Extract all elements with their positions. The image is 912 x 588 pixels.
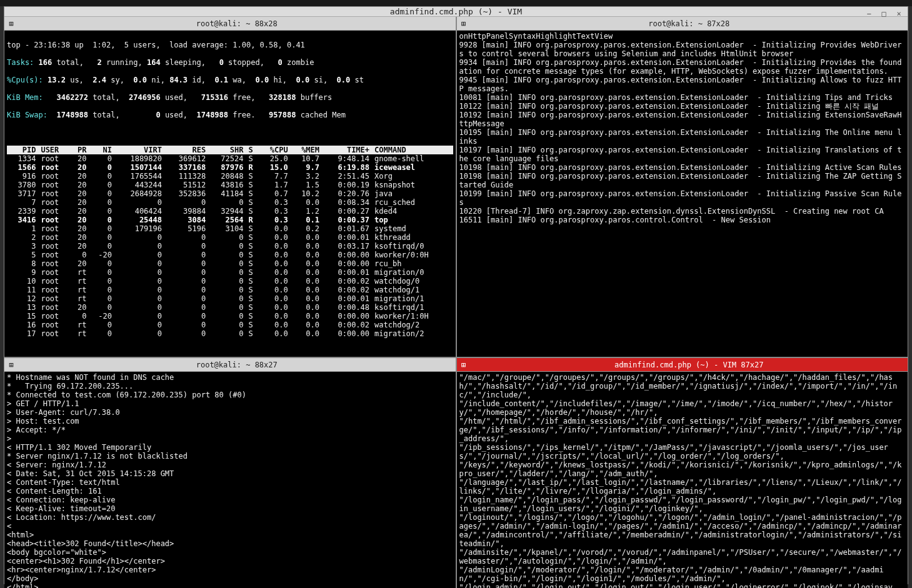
pane-split-icon: ⊞ <box>457 361 471 369</box>
curl-line: < Server: nginx/1.7.12 <box>7 461 453 469</box>
process-table-header: RES <box>164 146 208 154</box>
process-row: 5root0-20000S0.00.00:00.00kworker/0:0H <box>7 251 453 259</box>
curl-line: < Content-Type: text/html <box>7 478 453 487</box>
curl-line: < <box>7 522 453 531</box>
process-row: 2339root2004064243988432944S0.31.20:00.2… <box>7 207 453 216</box>
top-summary-line: top - 23:16:38 up 1:02, 5 users, load av… <box>7 41 453 49</box>
curl-line: > Host: test.com <box>7 417 453 426</box>
top-swap-line: KiB Swap: 1748988 total, 0 used, 1748988… <box>7 111 453 119</box>
window-titlebar[interactable]: adminfind.cmd.php (~) - VIM − □ × <box>4 7 908 17</box>
process-table-header: COMMAND <box>372 146 453 154</box>
top-tasks-line: Tasks: 166 total, 2 running, 164 sleepin… <box>7 58 453 67</box>
process-row: 3780root2004432445151243816S1.71.50:00.1… <box>7 181 453 189</box>
process-row: 1566root200150714433716887976R15.09.76:1… <box>7 163 453 172</box>
terminal-top-output[interactable]: top - 23:16:38 up 1:02, 5 users, load av… <box>4 31 456 357</box>
log-line: 9934 [main] INFO org.parosproxy.paros.ex… <box>459 58 906 76</box>
process-row: 16rootrt0000S0.00.00:00.02watchdog/2 <box>7 321 453 329</box>
tmux-panes: ⊞ root@kali: ~ 88x28 top - 23:16:38 up 1… <box>4 17 908 588</box>
log-line: 10198 [main] INFO org.parosproxy.paros.e… <box>459 172 906 189</box>
pane-bottom-right[interactable]: ⊞ adminfind.cmd.php (~) - VIM 87x27 "/ma… <box>457 358 908 588</box>
log-line: 9945 [main] INFO org.parosproxy.paros.ex… <box>459 76 906 93</box>
pane-bottom-left[interactable]: ⊞ root@kali: ~ 88x27 * Hostname was NOT … <box>4 358 456 588</box>
vim-editor-content[interactable]: "/mac/","/groupe/","/groupes/","/groups/… <box>457 372 908 588</box>
curl-line: > User-Agent: curl/7.38.0 <box>7 408 453 417</box>
curl-line: * Server nginx/1.7.12 is not blacklisted <box>7 452 453 461</box>
window-title: adminfind.cmd.php (~) - VIM <box>390 7 522 16</box>
process-row: 3717root200268492835283641184S0.710.20:2… <box>7 189 453 198</box>
process-table-header: NI <box>89 146 114 154</box>
curl-line: <html> <box>7 531 453 539</box>
pane-label-br: adminfind.cmd.php (~) - VIM 87x27 <box>471 361 908 369</box>
curl-line: > GET / HTTP/1.1 <box>7 399 453 408</box>
process-row: 15root0-20000S0.00.00:00.00kworker/1:0H <box>7 312 453 321</box>
curl-line: </html> <box>7 583 453 588</box>
curl-line: < Connection: keep-alive <box>7 496 453 504</box>
curl-line: * Hostname was NOT found in DNS cache <box>7 373 453 382</box>
curl-line: < Content-Length: 161 <box>7 487 453 496</box>
log-line: 10192 [main] INFO org.parosproxy.paros.e… <box>459 111 906 128</box>
process-row: 8root200000S0.00.00:00.00rcu_bh <box>7 259 453 268</box>
top-mem-line: KiB Mem: 3462272 total, 2746956 used, 71… <box>7 93 453 102</box>
process-row: 12rootrt0000S0.00.00:00.01migration/1 <box>7 294 453 303</box>
process-table: PIDUSERPRNIVIRTRESSHRS%CPU%MEMTIME+COMMA… <box>7 146 453 338</box>
process-row: 3416root2002544830842564R0.30.10:00.37to… <box>7 216 453 224</box>
process-table-header: PR <box>70 146 89 154</box>
minimize-button[interactable]: − <box>864 9 874 19</box>
process-row: 916root200176554411132820848S7.73.22:51.… <box>7 172 453 181</box>
process-table-header: SHR <box>208 146 246 154</box>
pane-split-icon: ⊞ <box>457 19 471 28</box>
process-row: 13root200000S0.00.00:00.48ksoftirqd/1 <box>7 303 453 312</box>
log-line: 10195 [main] INFO org.parosproxy.paros.e… <box>459 128 906 146</box>
pane-title-br: ⊞ adminfind.cmd.php (~) - VIM 87x27 <box>457 358 908 372</box>
pane-label-tr: root@kali: ~ 87x28 <box>471 19 908 28</box>
pane-label-tl: root@kali: ~ 88x28 <box>18 19 456 28</box>
process-row: 1root20017919651963104S0.00.20:01.67syst… <box>7 224 453 233</box>
process-row: 3root200000S0.00.00:03.17ksoftirqd/0 <box>7 242 453 251</box>
curl-line: <hr><center>nginx/1.7.12</center> <box>7 566 453 574</box>
pane-top-right[interactable]: ⊞ root@kali: ~ 87x28 onHttpPanelSyntaxHi… <box>457 17 908 357</box>
process-row: 10rootrt0000S0.00.00:00.02watchdog/0 <box>7 277 453 286</box>
pane-split-icon: ⊞ <box>4 19 18 28</box>
process-table-header: TIME+ <box>322 146 372 154</box>
top-cpu-line: %Cpu(s): 13.2 us, 2.4 sy, 0.0 ni, 84.3 i… <box>7 76 453 84</box>
terminal-curl-output[interactable]: * Hostname was NOT found in DNS cache* T… <box>4 372 456 588</box>
curl-line: <center><h1>302 Found</h1></center> <box>7 557 453 566</box>
process-row: 2root200000S0.00.00:00.01kthreadd <box>7 233 453 242</box>
pane-title-tr: ⊞ root@kali: ~ 87x28 <box>457 17 908 31</box>
process-row: 11rootrt0000S0.00.00:00.02watchdog/1 <box>7 286 453 294</box>
curl-line: <body bgcolor="white"> <box>7 548 453 557</box>
log-line: 10122 [main] INFO org.parosproxy.paros.e… <box>459 102 906 111</box>
process-row: 9rootrt0000S0.00.00:00.01migration/0 <box>7 268 453 277</box>
terminal-log-output[interactable]: onHttpPanelSyntaxHighlightTextView9928 [… <box>457 31 908 357</box>
curl-line: < HTTP/1.1 302 Moved Temporarily <box>7 443 453 452</box>
curl-line: < Location: https://www.test.com/ <box>7 513 453 522</box>
log-line: 10197 [main] INFO org.parosproxy.paros.e… <box>459 146 906 163</box>
curl-line: </body> <box>7 574 453 583</box>
curl-line: * Trying 69.172.200.235... <box>7 382 453 391</box>
process-table-header: USER <box>38 146 69 154</box>
log-line: 10081 [main] INFO org.parosproxy.paros.e… <box>459 93 906 102</box>
pane-top-left[interactable]: ⊞ root@kali: ~ 88x28 top - 23:16:38 up 1… <box>4 17 456 357</box>
log-line: 9928 [main] INFO org.parosproxy.paros.ex… <box>459 41 906 58</box>
pane-label-bl: root@kali: ~ 88x27 <box>18 361 456 369</box>
pane-split-icon: ⊞ <box>4 361 18 369</box>
log-line: onHttpPanelSyntaxHighlightTextView <box>459 32 906 41</box>
terminal-window: adminfind.cmd.php (~) - VIM − □ × ⊞ root… <box>4 6 908 584</box>
pane-title-bl: ⊞ root@kali: ~ 88x27 <box>4 358 456 372</box>
process-row: 1334root200188982036961272524S25.010.79:… <box>7 154 453 163</box>
process-table-header: %CPU <box>259 146 290 154</box>
curl-line: > Accept: */* <box>7 426 453 434</box>
curl-line: * Connected to test.com (69.172.200.235)… <box>7 391 453 399</box>
maximize-button[interactable]: □ <box>879 9 889 19</box>
process-row: 7root200000S0.30.00:08.34rcu_sched <box>7 198 453 207</box>
curl-line: <head><title>302 Found</title></head> <box>7 539 453 548</box>
process-table-header: %MEM <box>291 146 322 154</box>
close-button[interactable]: × <box>894 9 904 19</box>
process-row: 17rootrt0000S0.00.00:00.00migration/2 <box>7 329 453 338</box>
log-line: 10198 [main] INFO org.parosproxy.paros.e… <box>459 163 906 172</box>
log-line: 10220 [Thread-7] INFO org.zaproxy.zap.ex… <box>459 207 906 216</box>
curl-line: > <box>7 434 453 443</box>
log-line: 10199 [main] INFO org.parosproxy.paros.e… <box>459 189 906 207</box>
process-table-header: VIRT <box>114 146 164 154</box>
log-line: 16511 [main] INFO org.parosproxy.paros.c… <box>459 216 906 224</box>
